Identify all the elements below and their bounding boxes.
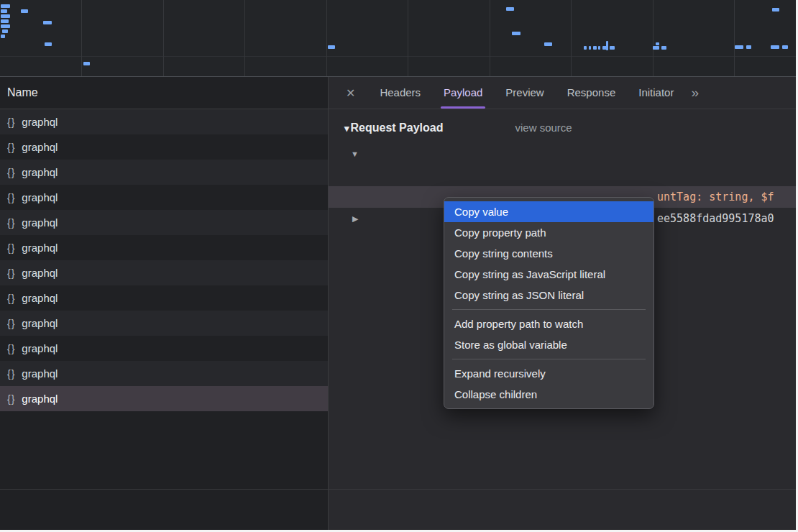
context-menu-item[interactable]: Copy property path xyxy=(444,222,653,243)
timeline-gridline xyxy=(571,0,572,76)
timeline-activity-bar xyxy=(1,14,10,18)
tab-payload[interactable]: Payload xyxy=(432,77,494,109)
timeline-gridline xyxy=(490,0,490,76)
timeline-activity-bar xyxy=(593,46,597,50)
variables-preview-clipped-fragment: ee5588fdad995178a0 xyxy=(657,208,774,229)
timeline-gridline xyxy=(408,0,408,76)
json-braces-icon: {} xyxy=(7,267,15,279)
close-details-button[interactable]: ✕ xyxy=(337,86,364,100)
json-braces-icon: {} xyxy=(7,167,15,178)
json-braces-icon: {} xyxy=(7,293,15,304)
request-row[interactable]: {}graphql xyxy=(0,160,328,185)
request-name-label: graphql xyxy=(22,116,58,128)
request-name-label: graphql xyxy=(22,292,58,304)
timeline-activity-bar xyxy=(45,42,52,46)
context-menu: Copy valueCopy property pathCopy string … xyxy=(444,197,654,409)
json-braces-icon: {} xyxy=(7,142,15,153)
payload-root-node[interactable]: ▼{operationName: "ipFlowTimeseries", var… xyxy=(329,143,796,165)
request-row[interactable]: {}graphql xyxy=(0,386,328,411)
timeline-activity-bar xyxy=(610,46,615,50)
request-row[interactable]: {}graphql xyxy=(0,235,328,260)
payload-operationname-row[interactable]: operationName: "ipFlowTimeseries" xyxy=(329,165,796,186)
json-braces-icon: {} xyxy=(7,116,15,128)
request-payload-header: ▾Request Payload view source xyxy=(344,121,796,134)
tab-response[interactable]: Response xyxy=(556,77,628,109)
timeline-gridline xyxy=(163,0,164,76)
context-menu-item[interactable]: Copy string contents xyxy=(444,243,653,264)
request-row[interactable]: {}graphql xyxy=(0,109,328,134)
request-name-label: graphql xyxy=(22,367,58,380)
tab-headers[interactable]: Headers xyxy=(368,77,432,109)
tab-initiator[interactable]: Initiator xyxy=(627,77,685,109)
request-row[interactable]: {}graphql xyxy=(0,311,328,336)
request-payload-section-title[interactable]: ▾Request Payload xyxy=(344,121,443,134)
request-name-label: graphql xyxy=(22,267,58,279)
timeline-activity-bar xyxy=(328,45,335,49)
timeline-activity-bar xyxy=(1,35,5,38)
timeline-activity-bar xyxy=(606,41,608,50)
timeline-activity-bar xyxy=(1,9,7,13)
details-tabbar: ✕ HeadersPayloadPreviewResponseInitiator… xyxy=(329,77,796,109)
timeline-activity-bar xyxy=(1,19,9,23)
request-row[interactable]: {}graphql xyxy=(0,260,328,285)
json-braces-icon: {} xyxy=(7,242,15,254)
timeline-activity-bar xyxy=(746,45,751,49)
request-name-label: graphql xyxy=(22,191,58,203)
timeline-activity-bar xyxy=(771,45,779,49)
collapsed-triangle-icon[interactable]: ▶ xyxy=(352,208,358,229)
context-menu-item[interactable]: Copy string as JavaScript literal xyxy=(444,264,653,285)
timeline-activity-bar xyxy=(1,24,10,28)
json-braces-icon: {} xyxy=(7,318,15,329)
timeline-gridline xyxy=(734,0,735,76)
devtools-window: Name {}graphql{}graphql{}graphql{}graphq… xyxy=(0,0,796,530)
section-title-label: Request Payload xyxy=(351,121,444,134)
timeline-activity-bar xyxy=(782,45,788,49)
request-name-label: graphql xyxy=(22,342,58,354)
timeline-activity-bar xyxy=(661,46,666,50)
request-name-label: graphql xyxy=(22,141,58,153)
request-row[interactable]: {}graphql xyxy=(0,336,328,361)
context-menu-item[interactable]: Expand recursively xyxy=(444,363,653,384)
timeline-activity-bar xyxy=(656,42,659,45)
timeline-activity-bar xyxy=(598,46,600,50)
request-name-label: graphql xyxy=(22,166,58,178)
json-braces-icon: {} xyxy=(7,343,15,354)
timeline-activity-bar xyxy=(21,9,28,13)
request-name-label: graphql xyxy=(22,242,58,254)
request-row[interactable]: {}graphql xyxy=(0,210,328,235)
request-name-label: graphql xyxy=(22,317,58,329)
timeline-activity-bar xyxy=(43,21,52,24)
tab-preview[interactable]: Preview xyxy=(494,77,555,109)
timeline-activity-bar xyxy=(1,4,10,8)
request-row[interactable]: {}graphql xyxy=(0,185,328,210)
timeline-activity-bar xyxy=(512,32,520,35)
view-source-link[interactable]: view source xyxy=(515,121,572,134)
request-row[interactable]: {}graphql xyxy=(0,134,328,160)
timeline-activity-bar xyxy=(584,46,587,50)
context-menu-item[interactable]: Copy string as JSON literal xyxy=(444,285,653,306)
expanded-triangle-icon[interactable]: ▼ xyxy=(351,143,359,165)
timeline-gridline xyxy=(244,0,245,76)
timeline-gridline xyxy=(653,0,653,76)
context-menu-item[interactable]: Add property path to watch xyxy=(444,313,653,334)
timeline-inner-divider xyxy=(0,56,796,57)
context-menu-item[interactable]: Copy value xyxy=(444,201,653,222)
json-braces-icon: {} xyxy=(7,393,15,405)
timeline-activity-bar xyxy=(544,42,552,46)
context-menu-item[interactable]: Store as global variable xyxy=(444,334,653,355)
requests-column-header-name[interactable]: Name xyxy=(0,77,328,109)
request-name-label: graphql xyxy=(22,393,58,405)
request-name-label: graphql xyxy=(22,216,58,229)
context-menu-item[interactable]: Collapse children xyxy=(444,384,653,405)
request-row[interactable]: {}graphql xyxy=(0,361,328,386)
menu-separator xyxy=(452,309,646,310)
more-tabs-button[interactable]: » xyxy=(691,85,699,101)
json-braces-icon: {} xyxy=(7,192,15,203)
network-overview-timeline[interactable] xyxy=(0,0,796,77)
json-braces-icon: {} xyxy=(7,368,15,380)
requests-list: {}graphql{}graphql{}graphql{}graphql{}gr… xyxy=(0,109,328,411)
timeline-activity-bar xyxy=(83,62,90,65)
timeline-gridline xyxy=(81,0,82,76)
request-row[interactable]: {}graphql xyxy=(0,285,328,311)
timeline-activity-bar xyxy=(589,46,591,50)
